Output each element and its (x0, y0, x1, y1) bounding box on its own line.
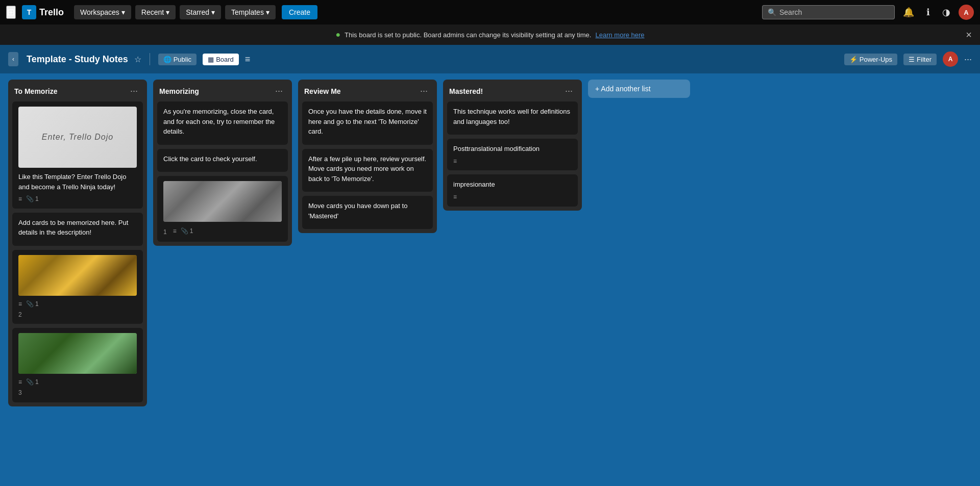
card-klimt[interactable]: ≡ 📎 1 2 (12, 250, 143, 324)
info-button[interactable]: ℹ (922, 5, 934, 20)
list-menu-button[interactable]: ··· (417, 85, 431, 97)
card-add-cards[interactable]: Add cards to be memorized here. Put deta… (12, 213, 143, 246)
search-icon: 🔍 (768, 8, 776, 16)
trello-logo-text: Trello (39, 7, 64, 18)
attachment-badge: 📎 1 (181, 227, 193, 236)
description-icon: ≡ (18, 378, 22, 387)
star-button[interactable]: ☆ (134, 55, 141, 64)
card-title: impresionante (453, 180, 572, 190)
card-footer: ≡ (453, 157, 572, 166)
card-review-2[interactable]: After a few pile up here, review yoursel… (302, 149, 433, 192)
card-enter-trello[interactable]: Enter, Trello Dojo Like this Template? E… (12, 101, 143, 209)
trello-logo[interactable]: T Trello (22, 5, 64, 19)
description-icon: ≡ (173, 227, 177, 236)
list-to-memorize: To Memorize ··· Enter, Trello Dojo Like … (8, 80, 147, 406)
card-title: Once you have the details done, move it … (308, 107, 427, 137)
card-check-yourself[interactable]: Click the card to check yourself. (157, 149, 288, 172)
visibility-button[interactable]: 🌐 Public (158, 54, 197, 65)
avatar[interactable]: A (959, 5, 974, 20)
add-list-button[interactable]: + Add another list (588, 80, 690, 98)
list-header-review-me: Review Me ··· (298, 80, 437, 101)
attachment-badge: 📎 1 (26, 195, 39, 203)
card-mastered-1[interactable]: This technique works well for definition… (447, 101, 578, 135)
card-image-guernica (163, 181, 282, 222)
divider (150, 53, 150, 65)
card-title: After a few pile up here, review yoursel… (308, 154, 427, 184)
search-box[interactable]: 🔍 Search (762, 5, 895, 19)
card-footer: ≡ (453, 193, 572, 201)
card-title: Click the card to check yourself. (163, 154, 282, 164)
green-dot-icon: ● (335, 30, 340, 39)
card-mastered-2[interactable]: Posttranslational modification ≡ (447, 139, 578, 170)
list-mastered: Mastered! ··· This technique works well … (443, 80, 582, 211)
starred-menu[interactable]: Starred ▾ (180, 5, 221, 19)
attachment-badge: 📎 1 (26, 300, 39, 309)
top-navigation: ⊞ T Trello Workspaces ▾ Recent ▾ Starred… (0, 0, 980, 24)
card-image-seurat (18, 333, 137, 374)
workspaces-menu[interactable]: Workspaces ▾ (74, 5, 131, 19)
banner-close-button[interactable]: × (966, 29, 972, 41)
card-review-1[interactable]: Once you have the details done, move it … (302, 101, 433, 145)
card-mastered-3[interactable]: impresionante ≡ (447, 174, 578, 206)
card-guernica[interactable]: 1 ≡ 📎 1 (157, 176, 288, 242)
create-button[interactable]: Create (282, 5, 317, 19)
description-icon: ≡ (453, 157, 457, 166)
sidebar-toggle[interactable]: ‹ (8, 52, 18, 66)
card-review-3[interactable]: Move cards you have down pat to 'Mastere… (302, 196, 433, 229)
chevron-down-icon: ▾ (266, 8, 270, 16)
notification-button[interactable]: 🔔 (899, 5, 918, 20)
card-footer: ≡ 📎 1 (18, 378, 137, 387)
list-title-review-me: Review Me (304, 87, 341, 95)
description-badge: ≡ (453, 193, 457, 201)
powerups-button[interactable]: ⚡ Power-Ups (844, 54, 897, 65)
list-header-mastered: Mastered! ··· (443, 80, 582, 101)
card-title: Move cards you have down pat to 'Mastere… (308, 201, 427, 221)
list-title-memorizing: Memorizing (159, 87, 199, 95)
templates-menu[interactable]: Templates ▾ (225, 5, 276, 19)
list-menu-button[interactable]: ··· (272, 85, 286, 97)
grid-icon[interactable]: ⊞ (6, 6, 16, 19)
recent-menu[interactable]: Recent ▾ (135, 5, 176, 19)
header-avatar[interactable]: A (943, 52, 958, 67)
lightning-icon: ⚡ (849, 56, 857, 63)
list-cards-to-memorize: Enter, Trello Dojo Like this Template? E… (8, 101, 147, 406)
board-view-button[interactable]: ▦ Board (203, 54, 239, 65)
chevron-down-icon: ▾ (166, 8, 169, 16)
board-header: ‹ Template - Study Notes ☆ 🌐 Public ▦ Bo… (0, 45, 980, 73)
learn-more-link[interactable]: Learn more here (595, 31, 644, 39)
description-badge: ≡ (18, 378, 22, 387)
card-title: Posttranslational modification (453, 144, 572, 154)
list-title-mastered: Mastered! (449, 87, 483, 95)
filter-button[interactable]: ☰ Filter (903, 54, 937, 65)
card-image-enter-trello: Enter, Trello Dojo (18, 107, 137, 168)
card-image-klimt (18, 255, 137, 296)
list-title-to-memorize: To Memorize (14, 87, 58, 95)
list-header-memorizing: Memorizing ··· (153, 80, 292, 101)
public-banner: ● This board is set to public. Board adm… (0, 24, 980, 45)
card-memorizing-1[interactable]: As you're memorizing, close the card, an… (157, 101, 288, 145)
description-icon: ≡ (18, 195, 22, 203)
globe-icon: 🌐 (163, 56, 172, 63)
card-footer: ≡ 📎 1 (18, 300, 137, 309)
card-number: 3 (18, 389, 137, 397)
theme-button[interactable]: ◑ (938, 5, 954, 20)
list-cards-memorizing: As you're memorizing, close the card, an… (153, 101, 292, 246)
board-icon: ▦ (208, 56, 214, 63)
list-menu-button[interactable]: ··· (562, 85, 576, 97)
description-badge: ≡ (453, 157, 457, 166)
board-title: Template - Study Notes (27, 54, 128, 65)
more-button[interactable]: ··· (964, 54, 972, 65)
banner-message: This board is set to public. Board admin… (345, 31, 591, 39)
description-icon: ≡ (18, 300, 22, 309)
list-review-me: Review Me ··· Once you have the details … (298, 80, 437, 233)
paperclip-icon: 📎 (26, 195, 34, 203)
board-content: To Memorize ··· Enter, Trello Dojo Like … (0, 73, 980, 486)
paperclip-icon: 📎 (26, 378, 34, 387)
customize-button[interactable]: ≡ (245, 54, 251, 65)
trello-logo-icon: T (22, 5, 36, 19)
card-title: As you're memorizing, close the card, an… (163, 107, 282, 137)
card-title: This technique works well for definition… (453, 107, 572, 126)
list-menu-button[interactable]: ··· (127, 85, 141, 97)
card-seurat[interactable]: ≡ 📎 1 3 (12, 328, 143, 402)
card-number: 2 (18, 311, 137, 319)
